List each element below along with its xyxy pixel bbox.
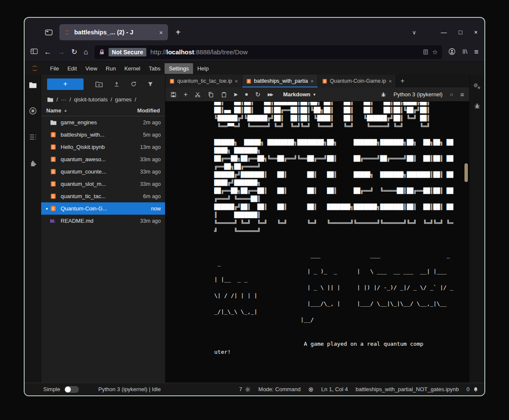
close-button[interactable]: × xyxy=(474,29,478,36)
jupyterlab-menubar: File Edit View Run Kernel Tabs Settings … xyxy=(25,62,484,75)
sort-caret-icon: ▲ xyxy=(64,109,67,112)
extension-manager-icon[interactable] xyxy=(29,159,37,167)
menu-run[interactable]: Run xyxy=(101,63,120,74)
maximize-button[interactable]: □ xyxy=(459,29,462,36)
file-list-header: Name ▲ Modified xyxy=(41,105,165,116)
url-scheme: http:// xyxy=(150,48,166,56)
reload-icon[interactable]: ↻ xyxy=(71,48,77,56)
menu-icon[interactable]: ≡ xyxy=(474,48,478,56)
simple-mode-toggle[interactable] xyxy=(64,386,79,393)
cursor-position[interactable]: Ln 1, Col 4 xyxy=(321,386,348,392)
menu-file[interactable]: File xyxy=(46,63,63,74)
cell-type-dropdown[interactable]: Markdown ▾ xyxy=(283,91,315,98)
dock-tab-bar: quantum_tic_tac_toe.ip × battleships_wit… xyxy=(165,75,469,87)
notebook-content[interactable]: ██║ ██║██║ ██║███████║██╔██╗ ██║ ██║ ██║… xyxy=(165,102,469,383)
debugger-sidebar-icon[interactable] xyxy=(474,103,481,109)
filter-icon[interactable] xyxy=(148,81,153,87)
file-row[interactable]: battleships_with... 5m ago xyxy=(41,129,165,141)
property-inspector-icon[interactable] xyxy=(473,82,481,90)
menu-help[interactable]: Help xyxy=(193,63,213,74)
file-row[interactable]: quantum_counte... 33m ago xyxy=(41,165,165,178)
paste-icon[interactable] xyxy=(221,92,227,98)
tab-close-icon[interactable]: × xyxy=(310,78,314,84)
forward-icon[interactable]: → xyxy=(58,48,65,56)
tab-close-icon[interactable]: × xyxy=(389,78,392,84)
bookmark-star-icon[interactable]: ☆ xyxy=(432,48,438,56)
interrupt-kernel-icon[interactable]: ■ xyxy=(245,92,248,97)
dock-tab[interactable]: quantum_tic_tac_toe.ip × xyxy=(165,75,242,87)
menu-settings[interactable]: Settings xyxy=(165,63,193,74)
refresh-icon[interactable] xyxy=(131,81,137,87)
library-icon[interactable] xyxy=(462,48,468,56)
status-bar: Simple Python 3 (ipykernel) | Idle 7 Mod… xyxy=(25,383,484,395)
copy-icon[interactable] xyxy=(208,92,214,98)
kernel-name[interactable]: Python 3 (ipykernel) xyxy=(394,91,443,98)
notebook-icon xyxy=(50,181,58,187)
add-tab-button[interactable]: + xyxy=(396,75,409,87)
new-folder-icon[interactable] xyxy=(95,81,103,87)
file-row[interactable]: quantum_slot_m... 33m ago xyxy=(41,178,165,190)
new-launcher-button[interactable]: + xyxy=(47,78,84,90)
running-kernels-count[interactable]: 7 xyxy=(239,386,251,392)
run-cell-icon[interactable]: ▶ xyxy=(234,92,238,97)
restart-kernel-icon[interactable]: ↻ xyxy=(255,91,260,98)
upload-icon[interactable] xyxy=(114,81,120,87)
reader-view-icon[interactable] xyxy=(423,49,428,55)
notifications-count[interactable]: 0 xyxy=(467,386,470,392)
left-activity-bar xyxy=(25,75,41,383)
insecure-lock-icon[interactable] xyxy=(99,49,105,55)
sidebar-toggle-icon[interactable] xyxy=(31,48,38,56)
file-row[interactable]: quantum_tic_tac... 6m ago xyxy=(41,190,165,202)
file-row[interactable]: quantum_aweso... 33m ago xyxy=(41,153,165,165)
url-text[interactable]: http://localhost:8888/lab/tree/Dow xyxy=(150,48,419,56)
debugger-icon[interactable] xyxy=(380,92,386,98)
kernel-status-text[interactable]: Python 3 (ipykernel) | Idle xyxy=(98,386,161,392)
breadcrumb-segment[interactable]: games xyxy=(115,96,131,103)
dock-tab-active[interactable]: battleships_with_partia × xyxy=(242,75,318,87)
menu-view[interactable]: View xyxy=(81,63,101,74)
file-row[interactable]: M↓ README.md 33m ago xyxy=(41,215,165,227)
file-row-selected[interactable]: • Quantum-Coin-G... now xyxy=(41,202,165,215)
notebook-icon xyxy=(246,78,252,84)
file-browser-tab-icon[interactable] xyxy=(29,81,37,88)
breadcrumb-segment[interactable]: qiskit-tutorials xyxy=(74,96,107,103)
home-folder-icon[interactable] xyxy=(47,97,53,102)
home-icon[interactable]: ⌂ xyxy=(84,48,88,56)
add-cell-icon[interactable]: + xyxy=(184,91,187,98)
notebook-icon xyxy=(50,193,58,199)
tab-close-icon[interactable]: × xyxy=(235,78,238,84)
menu-tabs[interactable]: Tabs xyxy=(145,63,165,74)
name-column-header[interactable]: Name xyxy=(46,107,61,114)
run-all-icon[interactable]: ▶▶ xyxy=(268,92,272,97)
browser-tab-title: battleships_... (2) - J xyxy=(74,29,155,36)
menu-edit[interactable]: Edit xyxy=(63,63,81,74)
menu-kernel[interactable]: Kernel xyxy=(120,63,145,74)
breadcrumb-ellipsis[interactable]: ··· xyxy=(61,96,67,103)
scrollbar-thumb[interactable] xyxy=(464,163,468,182)
account-icon[interactable] xyxy=(448,48,456,56)
back-icon[interactable]: ← xyxy=(44,48,51,56)
minimize-button[interactable]: — xyxy=(441,29,447,36)
cut-icon[interactable] xyxy=(195,92,201,98)
command-mode-indicator[interactable]: Mode: Command xyxy=(258,386,301,392)
tab-list-chevron-icon[interactable]: ∨ xyxy=(412,29,417,36)
file-row[interactable]: Hello_Qiskit.ipynb 13m ago xyxy=(41,141,165,153)
running-sessions-icon[interactable] xyxy=(29,107,37,115)
browser-tab[interactable]: battleships_... (2) - J × xyxy=(59,24,168,40)
tab-close-icon[interactable]: × xyxy=(158,29,164,36)
jupyter-logo xyxy=(30,64,41,72)
bell-icon[interactable] xyxy=(473,386,478,392)
right-activity-bar xyxy=(469,75,484,383)
url-bar[interactable]: Not Secure http://localhost:8888/lab/tre… xyxy=(95,45,442,59)
save-icon[interactable] xyxy=(171,92,176,98)
dock-tab[interactable]: Quantum-Coin-Game.ip × xyxy=(318,75,396,87)
breadcrumb-separator: / xyxy=(56,96,58,103)
file-row[interactable]: game_engines 2m ago xyxy=(41,116,165,129)
new-tab-button[interactable]: + xyxy=(176,28,181,37)
modified-column-header[interactable]: Modified xyxy=(137,107,160,114)
active-file-name: battleships_with_partial_NOT_gates.ipynb xyxy=(355,386,459,392)
toolbar-menu-icon[interactable]: ≡ xyxy=(460,91,464,98)
firefox-view-icon[interactable] xyxy=(45,29,53,36)
notebook-icon xyxy=(50,144,58,150)
table-of-contents-icon[interactable] xyxy=(29,134,37,140)
